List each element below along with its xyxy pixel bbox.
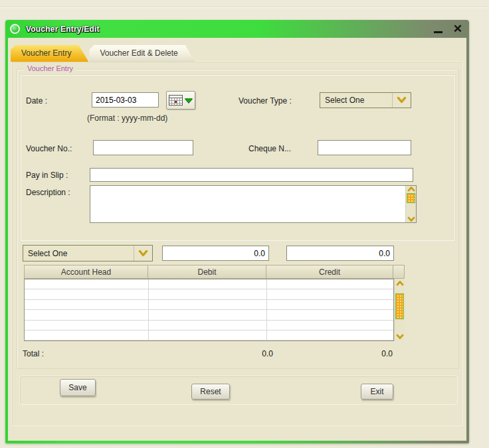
pay-in-slip-input[interactable] [90, 168, 413, 182]
account-head-select[interactable]: Select One [23, 245, 153, 261]
calendar-dropdown-arrow-icon [185, 98, 193, 103]
chevron-down-icon [397, 97, 407, 104]
voucher-type-selected-value: Select One [325, 93, 364, 108]
calendar-button[interactable] [166, 91, 195, 110]
description-textarea[interactable] [90, 186, 405, 222]
description-scrollbar[interactable] [405, 186, 416, 222]
cheque-no-input[interactable] [318, 140, 411, 155]
date-input[interactable] [92, 92, 159, 108]
window-body: Voucher Entry Voucher Edit & Delete Vouc… [8, 38, 466, 441]
app-icon [10, 24, 20, 34]
column-divider [266, 279, 267, 340]
voucher-no-input[interactable] [93, 140, 193, 155]
titlebar[interactable]: Voucher Entry/Edit ✕ [5, 20, 469, 38]
exit-button[interactable]: Exit [361, 384, 393, 400]
chevron-down-icon [138, 250, 148, 257]
pay-in-slip-label: Pay in Slip : [26, 171, 68, 180]
description-scrollbar-thumb[interactable] [407, 193, 415, 203]
calendar-icon [169, 95, 183, 106]
close-button[interactable]: ✕ [453, 20, 462, 38]
desktop-background: Voucher Entry/Edit ✕ Voucher Entry Vouch… [0, 0, 489, 448]
background-divider [0, 7, 489, 8]
scroll-down-icon[interactable] [407, 216, 415, 222]
total-credit-value: 0.0 [326, 349, 393, 358]
date-label: Date : [26, 96, 47, 106]
tab-voucher-edit-delete[interactable]: Voucher Edit & Delete [89, 45, 195, 62]
voucher-table-body[interactable] [24, 279, 394, 341]
scroll-up-icon[interactable] [407, 187, 415, 192]
column-header-account-head: Account Head [24, 265, 148, 279]
voucher-no-label: Voucher No.: [26, 144, 72, 153]
form-section-divider [18, 241, 458, 242]
column-divider [148, 279, 149, 340]
table-scrollbar-thumb[interactable] [395, 293, 404, 319]
scroll-up-icon[interactable] [396, 281, 404, 286]
total-label: Total : [23, 349, 44, 358]
voucher-type-label: Voucher Type : [239, 96, 292, 106]
save-button[interactable]: Save [60, 379, 96, 396]
tab-voucher-entry[interactable]: Voucher Entry [11, 45, 88, 62]
account-head-selected-value: Select One [28, 246, 67, 261]
date-format-hint: (Format : yyyy-mm-dd) [87, 113, 167, 123]
description-label: Description : [26, 188, 70, 197]
description-scrollpane [90, 185, 417, 223]
credit-amount-input[interactable] [286, 246, 394, 261]
window-title: Voucher Entry/Edit [26, 25, 434, 34]
table-scrollbar[interactable] [394, 279, 405, 341]
app-window: Voucher Entry/Edit ✕ Voucher Entry Vouch… [5, 20, 469, 443]
cheque-no-label: Cheque N... [248, 144, 291, 153]
reset-button[interactable]: Reset [191, 384, 230, 400]
voucher-entry-groupbox: Voucher Entry Date : [17, 69, 459, 369]
column-header-credit: Credit [266, 265, 393, 279]
column-header-debit: Debit [148, 265, 266, 279]
table-header: Account Head Debit Credit [24, 265, 405, 279]
voucher-type-select[interactable]: Select One [320, 92, 411, 108]
column-header-filler [393, 265, 405, 279]
minimize-icon [434, 31, 442, 33]
total-debit-value: 0.0 [207, 349, 273, 358]
tab-bar: Voucher Entry Voucher Edit & Delete [11, 45, 196, 62]
minimize-button[interactable] [434, 25, 442, 33]
debit-amount-input[interactable] [162, 246, 269, 261]
groupbox-title: Voucher Entry [24, 64, 76, 72]
scroll-down-icon[interactable] [396, 334, 404, 339]
